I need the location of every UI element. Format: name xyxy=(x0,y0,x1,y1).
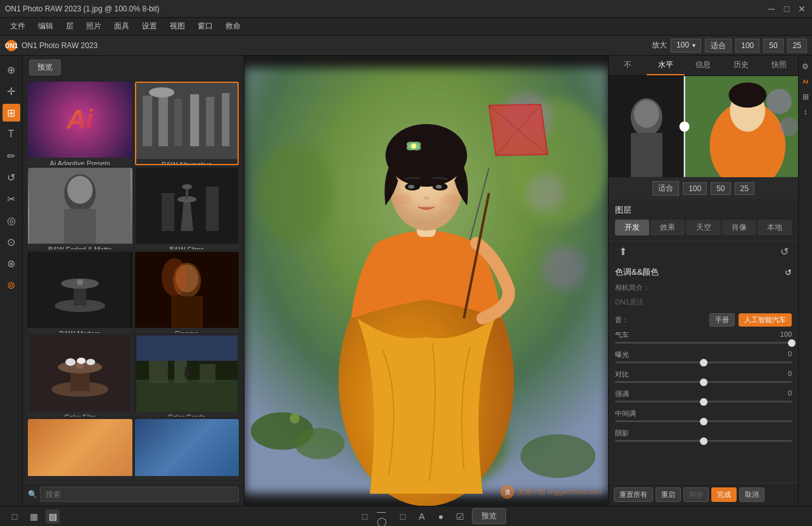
bottom-icon-checkbox[interactable]: ☑ xyxy=(453,510,467,523)
tool-rotate[interactable]: ↺ xyxy=(3,168,20,186)
slider-shadows-thumb[interactable] xyxy=(700,437,707,445)
right-icon-arrow[interactable]: ↕ xyxy=(800,106,811,118)
tab-level[interactable]: 水平 xyxy=(647,56,685,75)
tool-circle[interactable]: ◎ xyxy=(3,211,20,229)
layer-tab-sky[interactable]: 天空 xyxy=(686,220,720,235)
slider-shadows-track[interactable] xyxy=(615,440,792,442)
slider-highlights-thumb[interactable] xyxy=(700,398,707,406)
svg-point-77 xyxy=(289,413,300,423)
fit-button[interactable]: 适合 xyxy=(705,39,732,53)
preset-bw-films[interactable]: B&W Films xyxy=(135,168,239,249)
restart-button[interactable]: 重启 xyxy=(656,487,681,502)
window-controls: ─ □ ✕ xyxy=(766,4,807,14)
tool-mask[interactable]: ⊚ xyxy=(3,276,20,294)
preview-button[interactable]: 预览 xyxy=(29,59,61,75)
thumb-100-button[interactable]: 100 xyxy=(683,182,707,195)
preset-blue[interactable] xyxy=(135,419,239,480)
preset-color-grade[interactable]: Color Grade xyxy=(135,335,239,416)
thumb-25-button[interactable]: 25 xyxy=(735,182,754,195)
right-icon-compare[interactable]: ⊞ xyxy=(800,91,811,103)
layer-tab-effects[interactable]: 效果 xyxy=(650,220,685,235)
zoom-100-button[interactable]: 100 xyxy=(735,39,759,53)
search-input[interactable] xyxy=(40,487,239,502)
zoom-25-button[interactable]: 25 xyxy=(787,39,807,53)
canvas-area[interactable]: 灵 灵感中国 lingganchina.com xyxy=(244,56,608,506)
preset-bw-faded[interactable]: B&W Faded & Matte xyxy=(28,168,132,249)
preview-mode-button[interactable]: 预览 xyxy=(472,508,506,524)
tool-text[interactable]: T xyxy=(3,125,20,143)
close-button[interactable]: ✕ xyxy=(797,4,807,14)
thumb-fit-button[interactable]: 适合 xyxy=(652,181,679,196)
slider-midtones-thumb[interactable] xyxy=(700,418,707,425)
slider-exposure-track[interactable] xyxy=(615,361,792,363)
bottom-icon-circle-fill[interactable]: ● xyxy=(434,510,448,523)
tool-something[interactable]: ⊞ xyxy=(3,104,20,122)
slider-exposure-thumb[interactable] xyxy=(700,359,707,366)
preset-bw-alternative[interactable]: B&W Alternative xyxy=(135,82,239,165)
right-icon-ai[interactable]: AI xyxy=(800,76,811,87)
reset-icon[interactable]: ↺ xyxy=(777,244,792,259)
slider-midtones-track[interactable] xyxy=(615,420,792,422)
tab-info2[interactable]: 信息 xyxy=(685,56,723,75)
cancel-button[interactable]: 取消 xyxy=(739,487,764,502)
preset-color-film[interactable]: Color Film xyxy=(28,335,132,416)
bottom-icon-text-a[interactable]: A xyxy=(415,510,429,523)
thumb-controls: 适合 100 50 25 xyxy=(609,177,798,199)
tab-snapshot[interactable]: 快照 xyxy=(760,56,798,75)
menu-item-文件[interactable]: 文件 xyxy=(5,20,30,33)
tone-ai-button[interactable]: 人工智能汽车 xyxy=(739,313,792,327)
menu-item-视图[interactable]: 视图 xyxy=(165,20,190,33)
tool-zoom[interactable]: ⊙ xyxy=(3,233,20,251)
slider-contrast-track[interactable] xyxy=(615,381,792,383)
menu-item-编辑[interactable]: 编辑 xyxy=(33,20,58,33)
layers-tabs: 开发 效果 天空 肖像 本地 xyxy=(615,220,792,235)
tool-brush[interactable]: ✏ xyxy=(3,147,20,165)
tool-select[interactable]: ⊕ xyxy=(3,61,20,78)
bottom-icon-filmstrip[interactable]: ▤ xyxy=(46,510,60,523)
right-icon-settings[interactable]: ⚙ xyxy=(800,61,811,72)
maximize-button[interactable]: □ xyxy=(782,4,792,14)
slider-highlights-track[interactable] xyxy=(615,401,792,403)
svg-point-9 xyxy=(149,87,174,97)
thumb-50-button[interactable]: 50 xyxy=(711,182,730,195)
menu-item-设置[interactable]: 设置 xyxy=(137,20,162,33)
menu-item-层[interactable]: 层 xyxy=(61,20,79,33)
reset-all-button[interactable]: 重置所有 xyxy=(614,487,653,502)
menu-item-窗口[interactable]: 窗口 xyxy=(193,20,218,33)
tab-history[interactable]: 历史 xyxy=(722,56,760,75)
slider-qiche-thumb[interactable] xyxy=(788,339,796,347)
bottom-icon-grid[interactable]: ▦ xyxy=(27,510,41,523)
svg-point-84 xyxy=(634,100,659,128)
svg-rect-41 xyxy=(149,361,168,383)
preset-warm[interactable] xyxy=(28,419,132,480)
minimize-button[interactable]: ─ xyxy=(766,4,777,14)
done-button[interactable]: 完成 xyxy=(711,487,737,502)
bottom-icon-single[interactable]: □ xyxy=(8,510,22,523)
tool-erase[interactable]: ✂ xyxy=(3,190,20,208)
zoom-50-button[interactable]: 50 xyxy=(763,39,783,53)
layer-tab-local[interactable]: 本地 xyxy=(758,220,792,235)
sync-button[interactable]: 同步 xyxy=(683,487,709,502)
layer-tab-develop[interactable]: 开发 xyxy=(615,220,649,235)
preset-bw-modern[interactable]: B&W Modern xyxy=(28,252,132,333)
menu-item-救命[interactable]: 救命 xyxy=(220,20,246,33)
tone-manual-button[interactable]: 手册 xyxy=(709,313,735,327)
tool-crop[interactable]: ✛ xyxy=(3,82,20,100)
layer-tab-portrait[interactable]: 肖像 xyxy=(722,220,756,235)
preset-ai-adaptive[interactable]: Ai Ai Adaptive Presets xyxy=(28,82,132,165)
menu-item-照片[interactable]: 照片 xyxy=(81,20,106,33)
slider-qiche-track[interactable] xyxy=(615,342,792,344)
preset-cinema[interactable]: Cinema xyxy=(135,252,239,333)
bottom-icon-box[interactable]: □ xyxy=(396,510,410,523)
bottom-icon-frame[interactable]: □ xyxy=(358,510,372,523)
menu-item-面具[interactable]: 面具 xyxy=(109,20,134,33)
bottom-icon-compare-split[interactable]: —◯ xyxy=(377,510,391,523)
tool-fingerprint[interactable]: ⊛ xyxy=(3,254,20,272)
slider-contrast-thumb[interactable] xyxy=(700,379,707,386)
adj-reset-icon[interactable]: ↺ xyxy=(785,268,792,277)
svg-point-73 xyxy=(441,194,460,204)
upload-icon[interactable]: ⬆ xyxy=(615,244,630,259)
svg-text:ON1: ON1 xyxy=(5,42,18,49)
zoom-value-box[interactable]: 100 ▾ xyxy=(671,39,701,53)
tab-info1[interactable]: 不 xyxy=(609,56,647,75)
